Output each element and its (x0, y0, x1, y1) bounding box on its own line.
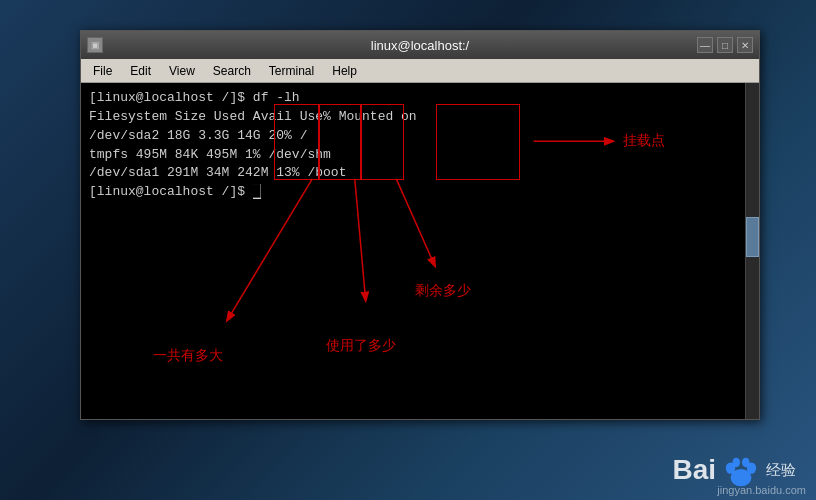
baidu-text: Bai (672, 454, 716, 486)
window-controls: — □ ✕ (697, 37, 753, 53)
terminal-output: [linux@localhost /]$ df -lh Filesystem S… (81, 83, 745, 419)
window-icon: ▣ (87, 37, 103, 53)
terminal-window: ▣ linux@localhost:/ — □ ✕ File Edit View… (80, 30, 760, 420)
svg-text:剩余多少: 剩余多少 (415, 282, 471, 298)
terminal-body[interactable]: [linux@localhost /]$ df -lh Filesystem S… (81, 83, 759, 419)
menu-help[interactable]: Help (324, 62, 365, 80)
menu-terminal[interactable]: Terminal (261, 62, 322, 80)
scrollbar-thumb[interactable] (746, 217, 759, 257)
baidu-jingyan-text: 经验 (766, 461, 796, 480)
site-url: jingyan.baidu.com (717, 484, 806, 496)
terminal-line-5: [linux@localhost /]$ █ (89, 183, 737, 202)
svg-point-10 (732, 458, 740, 468)
terminal-line-1: Filesystem Size Used Avail Use% Mounted … (89, 108, 737, 127)
menu-view[interactable]: View (161, 62, 203, 80)
menu-search[interactable]: Search (205, 62, 259, 80)
window-title: linux@localhost:/ (371, 38, 469, 53)
maximize-button[interactable]: □ (717, 37, 733, 53)
used-annotation-box (318, 104, 362, 180)
terminal-line-2: /dev/sda2 18G 3.3G 14G 20% / (89, 127, 737, 146)
menu-edit[interactable]: Edit (122, 62, 159, 80)
terminal-line-4: /dev/sda1 291M 34M 242M 13% /boot (89, 164, 737, 183)
title-bar: ▣ linux@localhost:/ — □ ✕ (81, 31, 759, 59)
terminal-line-0: [linux@localhost /]$ df -lh (89, 89, 737, 108)
size-annotation-box (274, 104, 320, 180)
minimize-button[interactable]: — (697, 37, 713, 53)
menu-file[interactable]: File (85, 62, 120, 80)
avail-annotation-box (360, 104, 404, 180)
menu-bar: File Edit View Search Terminal Help (81, 59, 759, 83)
close-button[interactable]: ✕ (737, 37, 753, 53)
mount-annotation-box (436, 104, 520, 180)
terminal-line-3: tmpfs 495M 84K 495M 1% /dev/shm (89, 146, 737, 165)
svg-text:一共有多大: 一共有多大 (153, 347, 223, 363)
scrollbar[interactable] (745, 83, 759, 419)
svg-point-12 (747, 462, 757, 473)
svg-text:使用了多少: 使用了多少 (326, 337, 396, 353)
baidu-watermark: Bai 经验 (0, 440, 816, 500)
